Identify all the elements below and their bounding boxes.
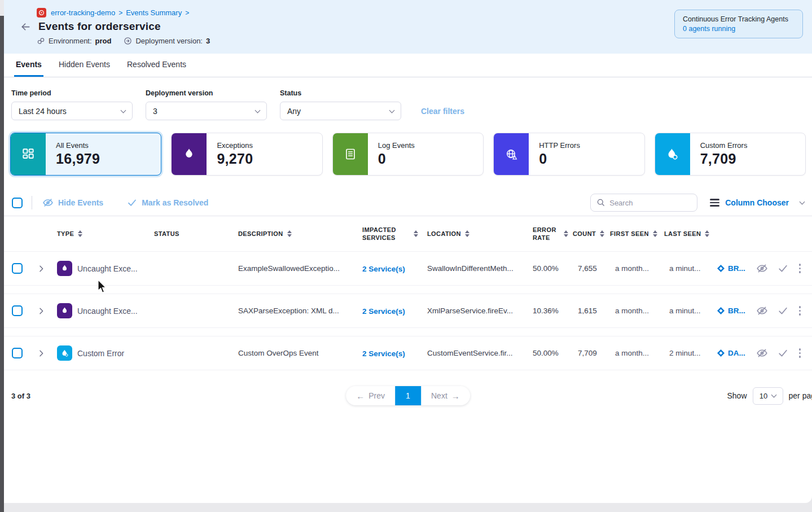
card-label: All Events [56,141,100,150]
column-chooser-button[interactable]: Column Chooser [710,198,804,207]
event-description: SAXParseException: XML d... [226,307,350,315]
card-label: Log Events [378,141,415,150]
expand-chevron-icon[interactable] [37,307,46,316]
version-badge[interactable]: BR... [710,264,753,273]
breadcrumb-separator: > [185,9,189,17]
pagination-summary: 3 of 3 [11,392,30,400]
sort-icon[interactable] [705,230,709,237]
impacted-services-link[interactable]: 2 Service(s) [350,265,405,273]
search-input[interactable] [609,199,688,207]
resolve-event-icon[interactable] [778,305,788,316]
version-badge[interactable]: DA... [710,349,753,357]
page-header: error-tracking-demo > Events Summary > E… [4,0,812,54]
resolve-event-icon[interactable] [778,263,788,274]
row-checkbox[interactable] [12,305,23,316]
expand-chevron-icon[interactable] [37,349,46,358]
filters-bar: Time period Last 24 hours Deployment ver… [4,77,812,120]
chevron-down-icon [389,107,395,113]
tab-events[interactable]: Events [14,54,43,77]
chevron-down-icon [255,107,261,113]
next-page-button[interactable]: Next → [421,386,470,405]
agents-panel: Continuous Error Tracking Agents 0 agent… [674,10,803,38]
version-badge[interactable]: BR... [710,307,753,315]
flame-gear-icon [655,133,690,175]
deployment-version-filter-label: Deployment version [146,89,267,97]
per-page-label: per pag [789,391,812,400]
header-type: TYPE [57,230,150,238]
select-all-checkbox[interactable] [12,198,23,208]
error-rate: 10.36% [523,307,568,315]
clear-filters-button[interactable]: Clear filters [421,107,464,116]
prev-page-button[interactable]: ← Prev [346,386,395,405]
first-seen: a month... [605,264,660,273]
deployment-version-label: Deployment version: [135,37,203,45]
row-menu-icon[interactable] [798,262,802,274]
first-seen: a month... [605,349,660,357]
tab-bar: Events Hidden Events Resolved Events [4,54,812,77]
breadcrumb-project-link[interactable]: error-tracking-demo [51,8,115,17]
page-title: Events for orderservice [38,20,161,33]
event-type: Uncaught Exce... [77,307,138,316]
diamond-icon [717,307,725,314]
sort-icon[interactable] [414,230,418,237]
event-count: 7,709 [568,349,605,357]
show-label: Show [727,391,747,400]
expand-chevron-icon[interactable] [37,264,46,273]
diamond-icon [717,349,725,357]
flame-icon [172,133,207,175]
header-error-rate: ERROR RATE [523,226,568,242]
custom-error-flame-gear-icon [57,345,72,361]
card-exceptions[interactable]: Exceptions 9,270 [171,133,322,176]
hide-event-icon[interactable] [756,347,768,359]
exception-flame-icon [57,303,72,318]
hide-event-icon[interactable] [756,262,768,274]
hide-events-label: Hide Events [58,198,103,207]
card-custom-errors[interactable]: Custom Errors 7,709 [655,133,806,176]
search-box [590,194,697,212]
grid-icon [11,133,46,175]
header-first-seen: FIRST SEEN [605,230,660,238]
page-size-select[interactable]: 10 [753,387,783,405]
page-number-button[interactable]: 1 [395,386,421,405]
sort-icon[interactable] [78,230,82,237]
row-checkbox[interactable] [12,348,23,358]
breadcrumb-section-link[interactable]: Events Summary [126,8,182,17]
diamond-icon [717,265,725,272]
sort-icon[interactable] [465,230,469,237]
sort-icon[interactable] [564,230,568,237]
event-location: CustomEventService.fir... [418,349,523,357]
hide-events-button[interactable]: Hide Events [42,197,103,208]
row-menu-icon[interactable] [798,305,802,317]
impacted-services-link[interactable]: 2 Service(s) [350,307,405,316]
status-select[interactable]: Any [280,102,401,120]
chevron-down-icon [800,199,805,205]
deployment-version-select[interactable]: 3 [146,102,267,120]
resolve-event-icon[interactable] [778,348,788,358]
document-icon [333,133,368,175]
arrow-left-icon: ← [356,391,365,401]
time-period-select[interactable]: Last 24 hours [11,102,133,120]
row-checkbox[interactable] [12,263,23,274]
card-all-events[interactable]: All Events 16,979 [10,133,161,176]
back-arrow-icon[interactable] [20,21,32,33]
hide-event-icon[interactable] [756,305,768,317]
sort-icon[interactable] [600,230,604,237]
card-http-errors[interactable]: HTTP Errors 0 [493,133,644,176]
tab-hidden-events[interactable]: Hidden Events [57,54,112,77]
impacted-services-link[interactable]: 2 Service(s) [350,349,405,358]
row-menu-icon[interactable] [798,347,802,359]
last-seen: a minut... [660,307,710,315]
agents-running-link[interactable]: 0 agents running [683,25,795,33]
last-seen: a minut... [660,264,710,273]
deployment-version-filter-value: 3 [153,107,157,116]
arrow-right-icon: → [451,391,460,401]
card-log-events[interactable]: Log Events 0 [332,133,484,176]
sort-icon[interactable] [287,230,292,237]
header-impacted-services: IMPACTED SERVICES [350,226,418,242]
mark-resolved-button[interactable]: Mark as Resolved [127,198,208,208]
header-description: DESCRIPTION [226,230,350,238]
sort-icon[interactable] [653,230,657,237]
pagination-bar: 3 of 3 ← Prev 1 Next → Show 10 per pag [4,386,812,406]
tab-resolved-events[interactable]: Resolved Events [125,54,188,77]
time-period-value: Last 24 hours [19,107,67,116]
